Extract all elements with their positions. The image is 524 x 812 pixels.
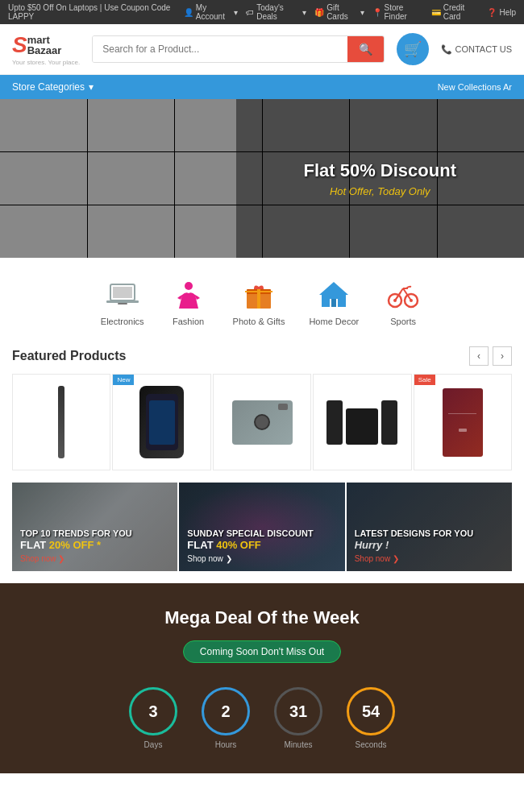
hero-cell-13: [0, 205, 87, 258]
nav-arrows: ‹ ›: [469, 346, 512, 366]
cart-button[interactable]: 🛒: [397, 33, 429, 65]
new-collections-link[interactable]: New Collections Ar: [438, 82, 512, 92]
svg-rect-1: [113, 287, 132, 298]
top-bar-promo: Upto $50 Off On Laptops | Use Coupon Cod…: [8, 3, 184, 21]
logo-s-letter: S: [12, 32, 27, 58]
countdown-days: 3 Days: [129, 687, 177, 749]
product-card-5[interactable]: Sale: [414, 374, 512, 470]
hero-offer-text: Hot Offer, Today Only: [330, 185, 430, 197]
promo-banner-2[interactable]: SUNDAY SPECIAL DISCOUNT FLAT 40% OFF Sho…: [179, 483, 344, 571]
category-fashion[interactable]: Fashion: [168, 278, 209, 326]
category-electronics-label: Electronics: [101, 317, 144, 326]
hours-circle: 2: [202, 687, 250, 735]
days-circle: 3: [129, 687, 177, 735]
products-row: New Sale: [0, 374, 524, 483]
search-button[interactable]: 🔍: [347, 36, 384, 62]
days-label: Days: [144, 740, 163, 749]
category-section: Electronics Fashion Photo & Gifts: [0, 258, 524, 338]
logo-bazaar: Bazaar: [27, 45, 62, 56]
svg-rect-2: [106, 300, 139, 303]
product-card-1[interactable]: [12, 374, 110, 470]
top-bar-links: 👤 My Account ▾ 🏷 Today's Deals ▾ 🎁 Gift …: [184, 3, 516, 21]
promo-3-subtitle: Hurry !: [355, 539, 504, 551]
promo-3-shop-now[interactable]: Shop now ❯: [355, 554, 504, 563]
svg-rect-10: [331, 299, 336, 307]
product-card-3[interactable]: [213, 374, 311, 470]
countdown-minutes: 31 Minutes: [274, 687, 322, 749]
svg-point-4: [185, 282, 193, 290]
header: S mart Bazaar Your stores. Your place. 🔍…: [0, 24, 524, 75]
promo-banner-1[interactable]: TOP 10 TRENDS FOR YOU FLAT 20% OFF * Sho…: [12, 483, 177, 571]
category-home[interactable]: Home Decor: [309, 278, 359, 326]
category-fashion-label: Fashion: [173, 317, 204, 326]
hero-cell-1: [0, 99, 87, 151]
category-sports-label: Sports: [390, 317, 416, 326]
fashion-icon: [168, 278, 209, 310]
credit-card-link[interactable]: 💳 Credit Card: [431, 3, 480, 21]
category-photo-label: Photo & Gifts: [233, 317, 285, 326]
category-electronics[interactable]: Electronics: [101, 278, 144, 326]
mega-deal-title: Mega Deal Of the Week: [12, 607, 512, 628]
hero-banner: Flat 50% Discount Hot Offer, Today Only: [0, 99, 524, 258]
product-image-2: [139, 386, 184, 458]
search-bar[interactable]: 🔍: [92, 35, 384, 63]
category-photo[interactable]: Photo & Gifts: [233, 278, 285, 326]
new-badge: New: [113, 375, 134, 385]
contact-link[interactable]: 📞 CONTACT US: [441, 44, 513, 55]
svg-rect-3: [118, 303, 127, 304]
bike-icon: [383, 278, 423, 310]
svg-rect-8: [245, 291, 272, 292]
coming-soon-button[interactable]: Coming Soon Don't Miss Out: [183, 640, 341, 663]
prev-arrow[interactable]: ‹: [469, 346, 489, 366]
seconds-circle: 54: [347, 687, 395, 735]
product-image-3: [232, 400, 293, 445]
promo-2-discount: FLAT 40% OFF: [187, 539, 336, 551]
promo-2-shop-now[interactable]: Shop now ❯: [187, 554, 336, 563]
promo-1-discount: FLAT 20% OFF *: [20, 539, 169, 551]
countdown-timer: 3 Days 2 Hours 31 Minutes 54 Seconds: [12, 687, 512, 749]
home-icon: [314, 278, 354, 310]
hero-cell-2: [88, 99, 175, 151]
seconds-label: Seconds: [356, 740, 387, 749]
help-link[interactable]: ❓ Help: [487, 8, 516, 17]
promo-banners: TOP 10 TRENDS FOR YOU FLAT 20% OFF * Sho…: [0, 483, 524, 571]
gift-cards-link[interactable]: 🎁 Gift Cards ▾: [314, 3, 364, 21]
countdown-seconds: 54 Seconds: [347, 687, 395, 749]
sale-badge: Sale: [414, 375, 435, 385]
promo-banner-3[interactable]: LATEST DESIGNS FOR YOU Hurry ! Shop now …: [347, 483, 512, 571]
featured-title: Featured Products: [12, 349, 126, 363]
product-card-4[interactable]: [313, 374, 411, 470]
hero-cell-8: [88, 152, 175, 205]
store-categories-menu[interactable]: Store Categories ▾: [12, 75, 94, 99]
my-account-link[interactable]: 👤 My Account ▾: [184, 3, 238, 21]
gift-icon: [239, 278, 279, 310]
minutes-circle: 31: [274, 687, 322, 735]
promo-1-shop-now[interactable]: Shop now ❯: [20, 554, 169, 563]
laptop-icon: [102, 278, 143, 310]
product-card-2[interactable]: New: [112, 374, 210, 470]
next-arrow[interactable]: ›: [493, 346, 512, 366]
minutes-label: Minutes: [284, 740, 312, 749]
product-image-5: [443, 388, 483, 457]
mega-deal-section: Mega Deal Of the Week Coming Soon Don't …: [0, 583, 524, 773]
search-input[interactable]: [93, 36, 347, 62]
logo: S mart Bazaar Your stores. Your place.: [12, 32, 80, 66]
countdown-hours: 2 Hours: [202, 687, 250, 749]
promo-1-title: TOP 10 TRENDS FOR YOU: [20, 528, 169, 539]
featured-section-header: Featured Products ‹ ›: [0, 338, 524, 374]
promo-2-title: SUNDAY SPECIAL DISCOUNT: [187, 528, 336, 539]
hero-cell-14: [88, 205, 175, 258]
phone-icon: 📞: [441, 44, 452, 55]
top-bar: Upto $50 Off On Laptops | Use Coupon Cod…: [0, 0, 524, 24]
hero-discount-text: Flat 50% Discount: [304, 160, 456, 181]
category-sports[interactable]: Sports: [383, 278, 423, 326]
promo-3-title: LATEST DESIGNS FOR YOU: [355, 528, 504, 539]
product-image-1: [58, 386, 64, 458]
todays-deals-link[interactable]: 🏷 Today's Deals ▾: [246, 3, 306, 21]
store-finder-link[interactable]: 📍 Store Finder: [372, 3, 423, 21]
nav-bar: Store Categories ▾ New Collections Ar: [0, 75, 524, 99]
hero-cell-7: [0, 152, 87, 205]
hero-overlay: Flat 50% Discount Hot Offer, Today Only: [236, 99, 525, 258]
chevron-down-icon: ▾: [89, 81, 94, 93]
category-home-label: Home Decor: [309, 317, 359, 326]
